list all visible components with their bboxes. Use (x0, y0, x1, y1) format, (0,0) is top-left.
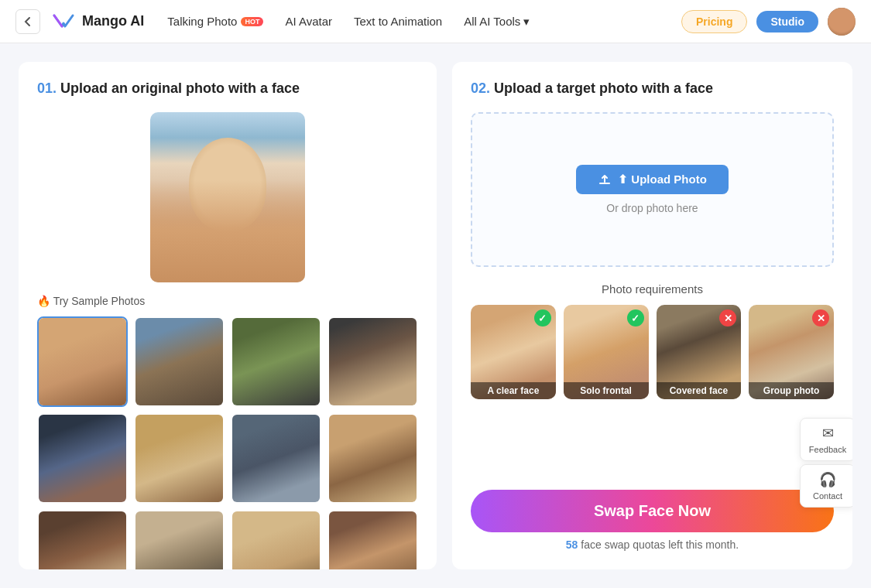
sample-item-11[interactable] (231, 510, 321, 569)
req-group-photo: ✕ Group photo (749, 305, 834, 399)
main-content: 01. Upload an original photo with a face… (0, 43, 871, 588)
sample-item-2[interactable] (134, 316, 225, 407)
sample-img-7 (232, 415, 320, 502)
sample-img-1 (39, 318, 126, 405)
hot-badge: HOT (241, 17, 263, 26)
nav-text-to-animation[interactable]: Text to Animation (354, 15, 442, 28)
quota-text: 58 face swap quotas left this month. (471, 538, 834, 551)
requirements-title: Photo requirements (471, 282, 834, 296)
sample-img-2 (135, 318, 223, 405)
sample-item-4[interactable] (327, 316, 418, 407)
photo-requirements-grid: ✓ A clear face ✓ Solo frontal ✕ Covered … (471, 305, 834, 399)
upload-area[interactable]: ⬆ Upload Photo Or drop photo here (471, 112, 834, 267)
req-covered-face: ✕ Covered face (657, 305, 742, 399)
sample-item-8[interactable] (327, 413, 418, 504)
try-samples-label: 🔥 Try Sample Photos (37, 295, 418, 307)
contact-button[interactable]: 🎧 Contact (800, 464, 852, 508)
nav-all-ai-tools[interactable]: All AI Tools ▾ (464, 15, 530, 29)
sample-item-1[interactable] (37, 316, 128, 407)
drop-hint: Or drop photo here (606, 202, 698, 214)
selected-photo-preview (150, 112, 305, 282)
sidebar-actions: ✉ Feedback 🎧 Contact (800, 418, 852, 508)
swap-face-now-button[interactable]: Swap Face Now (471, 490, 834, 532)
sample-item-5[interactable] (37, 413, 128, 504)
user-avatar[interactable] (828, 8, 856, 36)
sample-item-9[interactable] (37, 510, 128, 569)
req-badge-solo-frontal: ✓ (627, 309, 644, 326)
sample-item-7[interactable] (231, 413, 321, 504)
sample-item-6[interactable] (134, 413, 225, 504)
req-label-covered-face: Covered face (657, 382, 742, 399)
right-panel: 02. Upload a target photo with a face ⬆ … (452, 62, 852, 569)
logo-text: Mango AI (82, 13, 144, 29)
req-label-solo-frontal: Solo frontal (564, 382, 649, 399)
sample-img-10 (135, 511, 223, 569)
feedback-button[interactable]: ✉ Feedback (800, 418, 852, 461)
req-badge-clear-face: ✓ (534, 309, 551, 326)
right-title: 02. Upload a target photo with a face (471, 80, 834, 97)
sample-img-6 (135, 415, 223, 502)
avatar-face (828, 8, 856, 36)
sample-img-4 (329, 318, 417, 405)
header: Mango AI Talking Photo HOT AI Avatar Tex… (0, 0, 871, 43)
sample-img-12 (329, 511, 417, 569)
req-label-group-photo: Group photo (749, 382, 834, 399)
sample-img-8 (329, 415, 417, 502)
studio-button[interactable]: Studio (756, 11, 818, 32)
upload-icon (598, 173, 612, 186)
req-solo-frontal: ✓ Solo frontal (564, 305, 649, 399)
upload-photo-button[interactable]: ⬆ Upload Photo (576, 165, 729, 194)
back-button[interactable] (15, 9, 40, 34)
sample-img-5 (39, 415, 126, 502)
nav-talking-photo[interactable]: Talking Photo HOT (167, 15, 263, 28)
sample-grid (37, 316, 418, 569)
sample-img-9 (39, 511, 126, 569)
logo: Mango AI (51, 9, 144, 34)
sample-item-10[interactable] (134, 510, 225, 569)
nav-ai-avatar[interactable]: AI Avatar (285, 15, 332, 28)
sample-item-12[interactable] (327, 510, 418, 569)
sample-img-11 (232, 511, 320, 569)
nav: Talking Photo HOT AI Avatar Text to Anim… (167, 15, 681, 29)
req-clear-face: ✓ A clear face (471, 305, 556, 399)
main-photo-display (37, 112, 418, 282)
header-right: Pricing Studio (681, 8, 856, 36)
req-label-clear-face: A clear face (471, 382, 556, 399)
sample-img-3 (232, 318, 320, 405)
logo-icon (51, 9, 76, 34)
left-panel: 01. Upload an original photo with a face… (19, 62, 437, 569)
sample-item-3[interactable] (231, 316, 321, 407)
req-badge-group-photo: ✕ (812, 309, 829, 326)
contact-icon: 🎧 (819, 471, 836, 488)
feedback-icon: ✉ (822, 425, 834, 442)
pricing-button[interactable]: Pricing (681, 10, 747, 33)
left-title: 01. Upload an original photo with a face (37, 80, 418, 97)
